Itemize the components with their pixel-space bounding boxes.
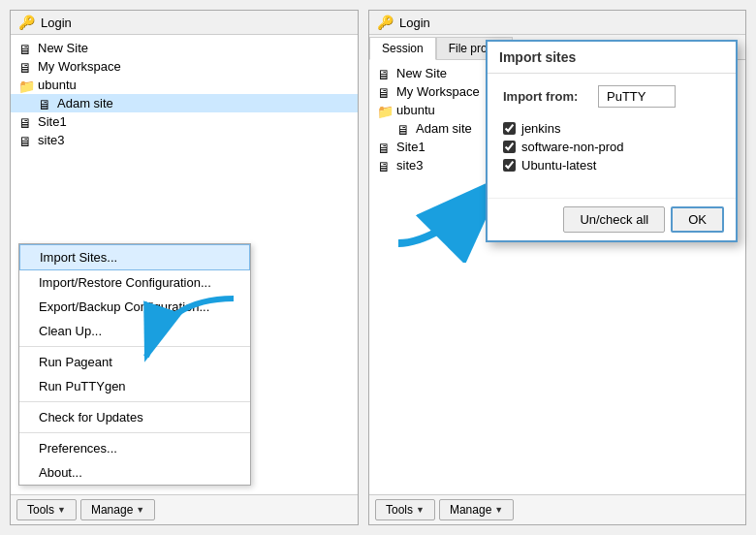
computer-icon: 🖥 xyxy=(38,97,53,110)
tools-label-left: Tools xyxy=(27,503,54,517)
computer-icon: 🖥 xyxy=(396,122,412,136)
menu-check-updates[interactable]: Check for Updates xyxy=(19,405,250,429)
import-from-label: Import from: xyxy=(503,89,590,104)
checkbox-item-ubuntu-latest: Ubuntu-latest xyxy=(503,156,720,174)
manage-button-right[interactable]: Manage ▼ xyxy=(439,499,514,520)
tools-button-left[interactable]: Tools ▼ xyxy=(16,499,77,520)
computer-icon: 🖥 xyxy=(377,141,393,154)
dialog-titlebar: Import sites xyxy=(488,42,736,74)
checkbox-item-software-non-prod: software-non-prod xyxy=(503,138,720,156)
left-panel: 🔑 Login 🖥 New Site 🖥 My Workspace 📁 ubun… xyxy=(10,10,359,525)
folder-icon: 📁 xyxy=(377,104,393,117)
checkbox-item-jenkins: jenkins xyxy=(503,119,720,138)
checkbox-jenkins-label: jenkins xyxy=(521,121,560,136)
tools-dropdown-arrow-right: ▼ xyxy=(416,505,425,515)
import-from-value: PuTTY xyxy=(598,85,676,108)
menu-separator-3 xyxy=(19,432,250,433)
right-panel-footer: Tools ▼ Manage ▼ xyxy=(369,494,745,524)
menu-import-restore[interactable]: Import/Restore Configuration... xyxy=(19,270,250,295)
checkbox-list: jenkins software-non-prod Ubuntu-latest xyxy=(503,119,720,174)
folder-icon: 📁 xyxy=(18,79,34,92)
computer-icon: 🖥 xyxy=(377,159,393,173)
manage-button-left[interactable]: Manage ▼ xyxy=(80,499,155,520)
computer-icon: 🖥 xyxy=(18,60,34,74)
menu-separator-2 xyxy=(19,401,250,402)
tab-session[interactable]: Session xyxy=(369,37,436,60)
tree-label: New Site xyxy=(396,66,447,80)
computer-icon: 🖥 xyxy=(18,115,34,129)
menu-export-backup[interactable]: Export/Backup Configuration... xyxy=(19,295,250,319)
tree-label: ubuntu xyxy=(396,103,435,117)
computer-icon: 🖥 xyxy=(377,85,393,99)
menu-clean-up[interactable]: Clean Up... xyxy=(19,319,250,343)
right-panel-titlebar: 🔑 Login xyxy=(369,11,745,35)
tree-label: My Workspace xyxy=(396,84,480,99)
checkbox-ul-label: Ubuntu-latest xyxy=(521,158,596,173)
left-panel-titlebar: 🔑 Login xyxy=(11,11,358,35)
checkbox-jenkins[interactable] xyxy=(503,122,516,135)
tree-item-new-site[interactable]: 🖥 New Site xyxy=(11,39,358,57)
tree-item-site3[interactable]: 🖥 site3 xyxy=(11,131,358,149)
tools-dropdown-arrow-left: ▼ xyxy=(57,505,66,515)
manage-dropdown-arrow-left: ▼ xyxy=(136,505,144,515)
context-menu: Import Sites... Import/Restore Configura… xyxy=(18,243,251,486)
tree-label: My Workspace xyxy=(38,59,121,74)
right-panel: 🔑 Login Session File prot... 🖥 New Site … xyxy=(368,10,746,525)
computer-icon: 🖥 xyxy=(18,134,34,147)
computer-icon: 🖥 xyxy=(18,42,34,55)
computer-icon: 🖥 xyxy=(377,67,393,80)
menu-separator-1 xyxy=(19,346,250,347)
menu-run-pageant[interactable]: Run Pageant xyxy=(19,350,250,374)
manage-dropdown-arrow-right: ▼ xyxy=(494,505,503,515)
tree-item-site1[interactable]: 🖥 Site1 xyxy=(11,112,358,131)
import-dialog: Import sites Import from: PuTTY jenkins … xyxy=(486,40,738,242)
left-panel-footer: Tools ▼ Manage ▼ xyxy=(11,494,358,524)
menu-about[interactable]: About... xyxy=(19,460,250,485)
menu-preferences[interactable]: Preferences... xyxy=(19,436,250,460)
dialog-footer: Un/check all OK xyxy=(488,198,736,240)
tree-label: New Site xyxy=(38,41,88,55)
tools-button-right[interactable]: Tools ▼ xyxy=(375,499,435,520)
checkbox-software-non-prod[interactable] xyxy=(503,141,516,153)
manage-label-left: Manage xyxy=(91,503,133,517)
manage-label-right: Manage xyxy=(450,503,491,517)
tree-label: Site1 xyxy=(396,140,425,154)
right-title-icon: 🔑 xyxy=(377,15,394,30)
tree-item-my-workspace[interactable]: 🖥 My Workspace xyxy=(11,57,358,76)
tree-label: site3 xyxy=(396,158,423,173)
left-panel-title: Login xyxy=(41,16,72,30)
left-title-icon: 🔑 xyxy=(18,15,35,30)
tree-label: Site1 xyxy=(38,114,67,129)
checkbox-snp-label: software-non-prod xyxy=(521,140,624,154)
menu-import-sites[interactable]: Import Sites... xyxy=(19,244,250,270)
tools-label-right: Tools xyxy=(386,503,413,517)
ok-button[interactable]: OK xyxy=(671,206,724,233)
tree-label: ubuntu xyxy=(38,78,77,92)
tree-label: Adam site xyxy=(416,121,472,136)
right-panel-title: Login xyxy=(399,16,430,30)
tree-item-ubuntu[interactable]: 📁 ubuntu xyxy=(11,76,358,94)
dialog-body: Import from: PuTTY jenkins software-non-… xyxy=(488,74,736,198)
import-from-row: Import from: PuTTY xyxy=(503,85,720,108)
uncheck-all-button[interactable]: Un/check all xyxy=(563,206,665,233)
tree-label: site3 xyxy=(38,133,64,147)
tree-label: Adam site xyxy=(57,96,113,110)
tree-item-adam-site[interactable]: 🖥 Adam site xyxy=(11,94,358,112)
menu-run-puttygen[interactable]: Run PuTTYgen xyxy=(19,374,250,398)
checkbox-ubuntu-latest[interactable] xyxy=(503,159,516,172)
